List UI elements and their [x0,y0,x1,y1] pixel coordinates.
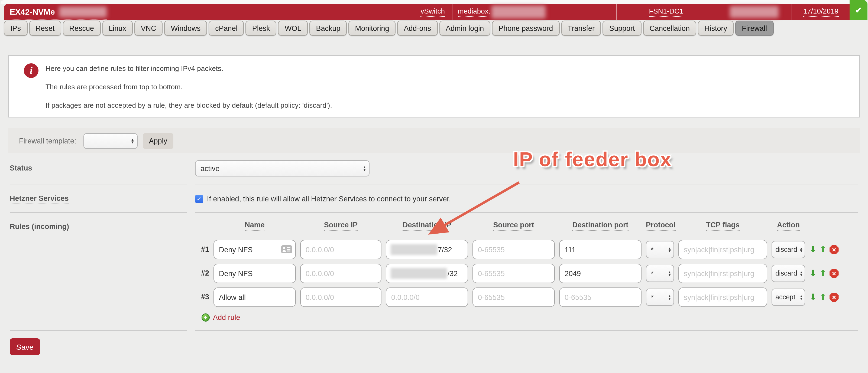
action-value: discard [775,246,797,253]
status-label: Status [10,164,32,172]
hostname-label: mediabox. [458,7,490,17]
apply-button[interactable]: Apply [143,133,174,148]
tab-admin-login[interactable]: Admin login [439,21,490,36]
rule-source-port-input[interactable] [472,264,555,283]
vswitch-link[interactable]: vSwitch [421,7,445,17]
delete-rule-icon[interactable]: ✕ [830,245,839,254]
rule-destination-port-input[interactable] [559,240,642,259]
autofill-contact-icon [281,245,292,253]
move-rule-up-icon[interactable]: ⬆ [819,293,827,302]
move-rule-down-icon[interactable]: ⬇ [809,269,817,278]
rule-name-cell [214,240,296,259]
status-select[interactable]: active ▲▼ [195,160,370,176]
tab-support[interactable]: Support [603,21,642,36]
rule-source-port-input[interactable] [472,287,555,307]
rules-incoming-label: Rules (incoming) [10,223,69,231]
move-rule-up-icon[interactable]: ⬆ [819,245,827,254]
tab-monitoring[interactable]: Monitoring [348,21,396,36]
tab-backup[interactable]: Backup [309,21,347,36]
date-cell: 17/10/2019 [792,4,849,20]
vswitch-cell: vSwitch [421,4,452,20]
rule-number: #1 [195,240,209,259]
redacted-destination-ip [391,268,447,279]
rule-tcp-flags-input[interactable] [678,240,767,259]
tab-firewall[interactable]: Firewall [735,21,773,36]
tab-transfer[interactable]: Transfer [561,21,601,36]
rule-destination-ip-input[interactable]: /32 [386,264,468,283]
move-rule-up-icon[interactable]: ⬆ [819,269,827,278]
tab-bar: IPs Reset Rescue Linux VNC Windows cPane… [0,20,868,37]
redacted-info-cell [716,4,792,20]
delete-rule-icon[interactable]: ✕ [830,293,839,302]
add-icon: + [202,313,210,321]
rule-protocol-select[interactable]: * ▲▼ [646,265,674,282]
tab-history[interactable]: History [698,21,734,36]
move-rule-down-icon[interactable]: ⬇ [809,245,817,254]
rules-content-col: Name Source IP Destination IP Source por… [195,213,858,331]
header-name: Name [245,221,265,231]
header-action: Action [777,221,800,231]
rule-action-select[interactable]: discard ▲▼ [772,241,805,258]
protocol-value: * [651,269,654,277]
rules-section: Rules (incoming) Name Source IP Destinat… [10,213,858,331]
server-header-bar: EX42-NVMe vSwitch mediabox. FSN1-DC1 17/… [4,4,867,20]
rule-destination-ip-input[interactable]: 7/32 [386,240,468,259]
header-source-ip: Source IP [324,221,358,231]
save-button[interactable]: Save [10,338,40,355]
rule-destination-port-input[interactable] [559,287,642,307]
select-arrows-icon: ▲▼ [363,166,366,171]
rule-source-port-input[interactable] [472,240,555,259]
select-arrows-icon: ▲▼ [668,247,671,252]
select-arrows-icon: ▲▼ [131,138,134,143]
move-rule-down-icon[interactable]: ⬇ [809,293,817,302]
delete-rule-icon[interactable]: ✕ [830,269,839,278]
rule-action-select[interactable]: accept ▲▼ [772,289,805,306]
tab-vnc[interactable]: VNC [134,21,163,36]
hetzner-services-checkbox[interactable]: ✓ [195,195,203,203]
tab-phone-password[interactable]: Phone password [492,21,559,36]
status-content-col: active ▲▼ [195,153,858,185]
check-icon: ✔ [855,5,862,15]
rule-name-input[interactable] [214,287,296,307]
tab-addons[interactable]: Add-ons [397,21,438,36]
header-protocol: Protocol [646,221,676,231]
rules-rows: #1 7/32 * ▲▼ discard [195,240,858,307]
hetzner-services-label: Hetzner Services [10,194,69,204]
add-rule-link[interactable]: + Add rule [202,313,858,321]
rule-protocol-select[interactable]: * ▲▼ [646,289,674,306]
rule-name-cell [214,287,296,307]
tab-reset[interactable]: Reset [29,21,61,36]
select-arrows-icon: ▲▼ [800,247,803,252]
tab-linux[interactable]: Linux [102,21,133,36]
info-line: If packages are not accepted by a rule, … [45,101,859,109]
tab-ips[interactable]: IPs [4,21,27,36]
rule-row-actions: ⬇ ⬆ ✕ [809,240,856,259]
rules-label-col: Rules (incoming) [10,213,187,331]
rule-tcp-flags-input[interactable] [678,287,767,307]
rule-name-input[interactable] [214,264,296,283]
tab-windows[interactable]: Windows [164,21,207,36]
server-status-check: ✔ [849,0,867,20]
rule-row-actions: ⬇ ⬆ ✕ [809,264,856,283]
datacenter-cell: FSN1-DC1 [616,4,716,20]
tab-plesk[interactable]: Plesk [246,21,277,36]
firewall-template-select[interactable]: ▲▼ [84,133,137,148]
rule-source-ip-input[interactable] [300,240,381,259]
tab-cpanel[interactable]: cPanel [209,21,244,36]
rule-tcp-flags-input[interactable] [678,264,767,283]
tab-wol[interactable]: WOL [278,21,308,36]
rule-destination-port-input[interactable] [559,264,642,283]
rule-protocol-select[interactable]: * ▲▼ [646,241,674,258]
rule-action-select[interactable]: discard ▲▼ [772,265,805,282]
tab-rescue[interactable]: Rescue [63,21,101,36]
info-box: i Here you can define rules to filter in… [8,55,860,117]
redacted-hostname [491,5,546,19]
rule-destination-ip-input[interactable] [386,287,468,307]
rule-row-actions: ⬇ ⬆ ✕ [809,287,856,307]
tab-cancellation[interactable]: Cancellation [643,21,696,36]
hetzner-services-row: Hetzner Services ✓ If enabled, this rule… [10,185,858,213]
status-row: Status active ▲▼ [10,153,858,185]
rule-source-ip-input[interactable] [300,264,381,283]
rule-source-ip-input[interactable] [300,287,381,307]
page-top-strip [1,0,867,4]
